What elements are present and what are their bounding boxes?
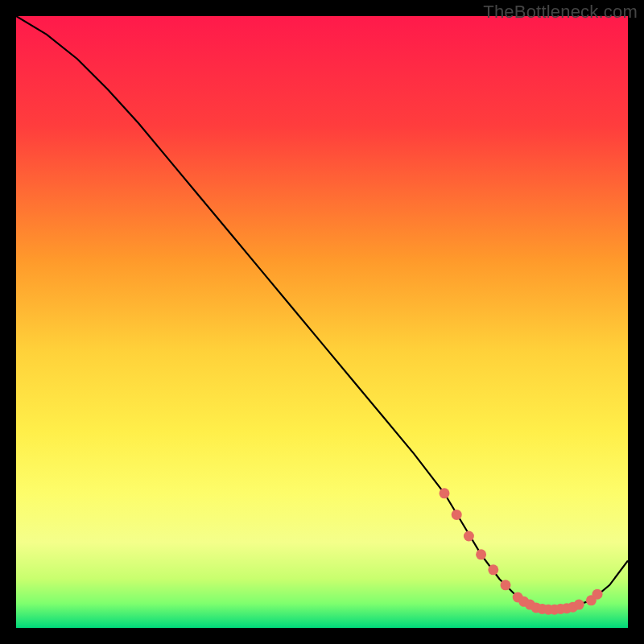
- highlight-dot: [440, 488, 450, 498]
- highlight-dot: [452, 510, 462, 520]
- highlight-dot: [488, 564, 498, 575]
- highlight-dot: [574, 600, 584, 610]
- highlight-dot: [501, 580, 511, 590]
- highlight-dot: [476, 549, 486, 559]
- plot-area: [16, 16, 628, 628]
- highlight-dot: [592, 589, 603, 600]
- chart-frame: TheBottleneck.com: [0, 0, 644, 644]
- highlight-dot: [464, 531, 474, 542]
- watermark-text: TheBottleneck.com: [483, 2, 638, 23]
- optimal-range-dots: [16, 16, 628, 628]
